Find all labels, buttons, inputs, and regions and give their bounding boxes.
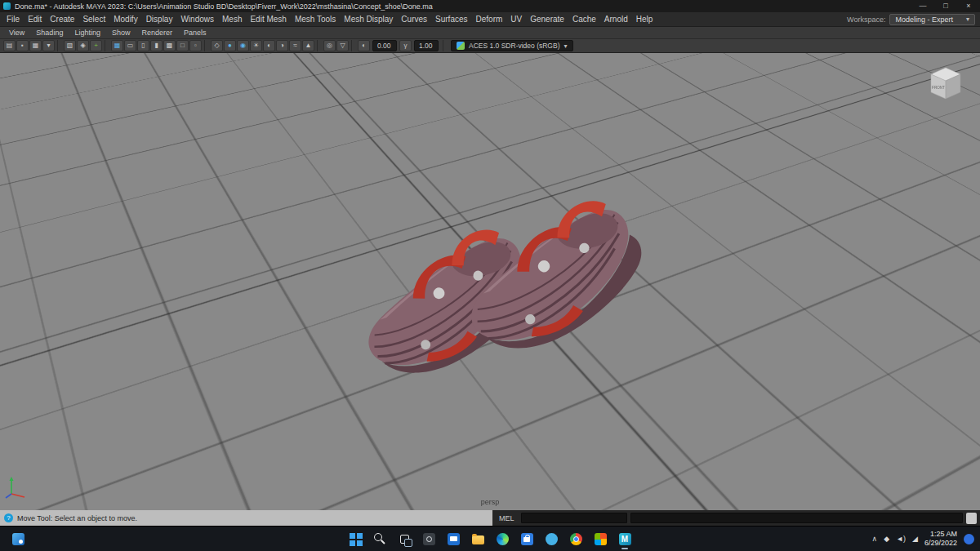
menu-create[interactable]: Create [46, 15, 78, 24]
isolate-select-icon[interactable]: ◎ [323, 40, 336, 51]
script-editor-button[interactable] [966, 513, 977, 524]
exposure-field[interactable]: 0.00 [372, 40, 397, 51]
command-input[interactable] [521, 513, 627, 523]
menu-curves[interactable]: Curves [397, 15, 431, 24]
menu-help[interactable]: Help [632, 15, 657, 24]
taskbar-clock[interactable]: 1:25 AM 6/29/2022 [924, 530, 957, 549]
panel-menu-bar: ViewShadingLightingShowRendererPanels [0, 27, 980, 39]
axis-indicator-icon [5, 474, 29, 499]
menu-modify[interactable]: Modify [109, 15, 141, 24]
occlusion-icon[interactable]: ◑ [276, 40, 288, 51]
camera-attributes-icon[interactable]: ▦ [29, 40, 42, 51]
safe-action-icon[interactable]: □ [176, 40, 189, 51]
start-button[interactable] [345, 528, 366, 549]
taskbar-left [7, 528, 29, 549]
colorspace-selector[interactable]: ACES 1.0 SDR-video (sRGB) ▾ [451, 40, 573, 51]
skype-button[interactable] [541, 528, 562, 549]
chevron-down-icon: ▾ [966, 16, 969, 23]
network-icon[interactable]: ◢ [912, 535, 918, 543]
maximize-button[interactable]: □ [934, 0, 957, 12]
maya-button[interactable] [614, 528, 635, 549]
search-button[interactable] [369, 528, 390, 549]
anti-aliasing-icon[interactable]: ▲ [302, 40, 314, 51]
panel-menu-view[interactable]: View [3, 29, 30, 37]
safe-title-icon[interactable]: ▫ [189, 40, 202, 51]
command-line: MEL [492, 510, 980, 526]
camera-name-label[interactable]: persp [0, 498, 980, 506]
task-view-button[interactable] [394, 528, 415, 549]
menu-mesh-tools[interactable]: Mesh Tools [291, 15, 340, 24]
viewcube-front-label[interactable]: FRONT [932, 86, 945, 90]
menu-uv[interactable]: UV [506, 15, 526, 24]
panel-menu-renderer[interactable]: Renderer [136, 29, 178, 37]
gamma-icon[interactable]: γ [399, 40, 412, 51]
camera-select-icon[interactable]: ▤ [3, 40, 16, 51]
field-chart-icon[interactable]: ▩ [163, 40, 176, 51]
motion-blur-icon[interactable]: ≈ [289, 40, 301, 51]
resolution-gate-icon[interactable]: ▯ [137, 40, 149, 51]
workspace-area: Workspace: Modeling - Expert ▾ [847, 14, 980, 25]
textured-icon[interactable]: ◉ [237, 40, 249, 51]
workspace-selector[interactable]: Modeling - Expert ▾ [889, 14, 975, 25]
shadows-icon[interactable]: ◐ [263, 40, 275, 51]
minimize-button[interactable]: — [911, 0, 934, 12]
panel-menu-panels[interactable]: Panels [178, 29, 212, 37]
windows-taskbar: ∧◆◄)◢ 1:25 AM 6/29/2022 [0, 526, 980, 551]
gate-mask-icon[interactable]: ▮ [150, 40, 163, 51]
tray-app-icon[interactable]: ◆ [884, 535, 889, 543]
panel-menu-lighting[interactable]: Lighting [69, 29, 106, 37]
menu-edit[interactable]: Edit [24, 15, 46, 24]
smooth-shade-icon[interactable]: ● [224, 40, 236, 51]
color-management-icon [457, 42, 465, 50]
menu-mesh[interactable]: Mesh [218, 15, 246, 24]
pan-zoom-icon[interactable]: ◈ [77, 40, 89, 51]
store-button[interactable] [516, 528, 537, 549]
panel-menu-show[interactable]: Show [106, 29, 136, 37]
menu-display[interactable]: Display [142, 15, 177, 24]
menu-file[interactable]: File [2, 15, 24, 24]
panel-toolbar: ▤▪▦▾▧◈+▦▭▯▮▩□▫◇●◉☀◐◑≈▲◎▽ ◐ 0.00 γ 1.00 A… [0, 39, 980, 53]
film-gate-icon[interactable]: ▭ [124, 40, 136, 51]
help-line-bar: ? Move Tool: Select an object to move. M… [0, 510, 980, 526]
bookmarks-icon[interactable]: ▾ [42, 40, 55, 51]
menu-deform[interactable]: Deform [472, 15, 507, 24]
menu-generate[interactable]: Generate [526, 15, 568, 24]
settings-button[interactable] [418, 528, 439, 549]
file-explorer-button[interactable] [467, 528, 488, 549]
menu-edit-mesh[interactable]: Edit Mesh [246, 15, 290, 24]
help-line: ? Move Tool: Select an object to move. [0, 510, 492, 526]
panel-menu-shading[interactable]: Shading [30, 29, 69, 37]
notification-badge[interactable] [964, 534, 974, 544]
menu-select[interactable]: Select [78, 15, 109, 24]
menu-windows[interactable]: Windows [176, 15, 218, 24]
view-cube[interactable]: FRONT [923, 60, 969, 105]
viewport[interactable]: FRONT persp [0, 53, 980, 510]
volume-icon[interactable]: ◄) [896, 535, 906, 543]
menu-surfaces[interactable]: Surfaces [431, 15, 471, 24]
hidden-icons-chevron-icon[interactable]: ∧ [872, 535, 878, 543]
mail-button[interactable] [443, 528, 464, 549]
photos-button[interactable] [590, 528, 611, 549]
workspace-value: Modeling - Expert [895, 16, 953, 24]
menu-mesh-display[interactable]: Mesh Display [340, 15, 397, 24]
image-plane-icon[interactable]: ▧ [64, 40, 76, 51]
menu-cache[interactable]: Cache [568, 15, 600, 24]
edge-button[interactable] [492, 528, 513, 549]
widgets-button[interactable] [7, 528, 29, 549]
menu-arnold[interactable]: Arnold [600, 15, 632, 24]
gamma-field[interactable]: 1.00 [414, 40, 439, 51]
toolbar-separator [351, 40, 355, 51]
system-tray: ∧◆◄)◢ 1:25 AM 6/29/2022 [872, 530, 974, 549]
lock-camera-icon[interactable]: ▪ [16, 40, 29, 51]
grid-toggle-icon[interactable]: ▦ [111, 40, 123, 51]
chevron-down-icon: ▾ [564, 42, 567, 50]
use-all-lights-icon[interactable]: ☀ [250, 40, 262, 51]
wireframe-icon[interactable]: ◇ [211, 40, 223, 51]
command-language-label[interactable]: MEL [496, 514, 518, 522]
grease-pencil-icon[interactable]: + [90, 40, 102, 51]
chrome-button[interactable] [565, 528, 586, 549]
help-info-icon: ? [4, 513, 13, 522]
x-ray-icon[interactable]: ▽ [336, 40, 349, 51]
close-button[interactable]: × [957, 0, 980, 12]
exposure-icon[interactable]: ◐ [358, 40, 370, 51]
